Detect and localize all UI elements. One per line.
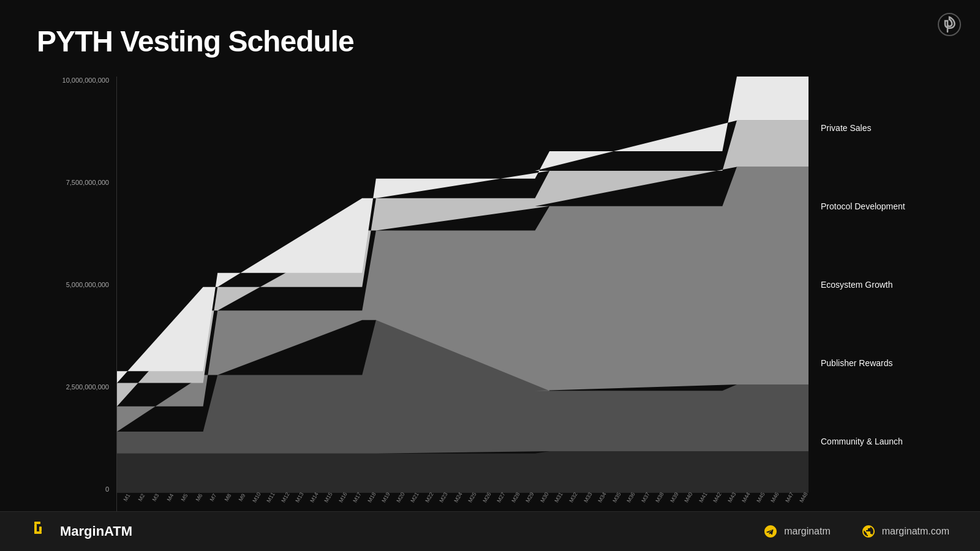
svg-rect-4 (34, 531, 42, 534)
pyth-logo-icon (937, 12, 962, 37)
x-axis: M1M2M3M4M5M6M7M8M9M10M11M12M13M14M15M16M… (117, 493, 809, 511)
globe-icon (861, 524, 876, 539)
y-label-50: 5,000,000,000 (66, 281, 109, 288)
legend-item-protocol-dev: Protocol Development (821, 201, 943, 211)
y-label-25: 2,500,000,000 (66, 383, 109, 391)
legend-item-community: Community & Launch (821, 437, 943, 446)
pyth-logo-area (937, 12, 962, 39)
chart-plot: M1M2M3M4M5M6M7M8M9M10M11M12M13M14M15M16M… (116, 77, 809, 511)
telegram-icon (763, 524, 778, 539)
legend-item-ecosystem: Ecosystem Growth (821, 280, 943, 290)
footer-brand-name: MarginATM (60, 523, 132, 539)
area-chart-svg-clean (117, 77, 809, 493)
y-label-75: 7,500,000,000 (66, 179, 109, 186)
area-community (117, 451, 809, 493)
footer-links: marginatm marginatm.com (763, 524, 949, 539)
svg-rect-5 (39, 527, 42, 531)
legend-label: Publisher Rewards (821, 358, 893, 368)
y-label-top: 10,000,000,000 (62, 77, 109, 84)
chart-area: 10,000,000,000 7,500,000,000 5,000,000,0… (37, 77, 943, 511)
footer-website: marginatm.com (861, 524, 949, 539)
chart-container: 10,000,000,000 7,500,000,000 5,000,000,0… (37, 77, 943, 511)
y-axis: 10,000,000,000 7,500,000,000 5,000,000,0… (37, 77, 116, 511)
legend-item-private-sales: Private Sales (821, 123, 943, 133)
main-container: PYTH Vesting Schedule 10,000,000,000 7,5… (0, 0, 980, 551)
footer-telegram: marginatm (763, 524, 831, 539)
footer: MarginATM marginatm marginatm.com (0, 511, 980, 551)
legend: Private Sales Protocol Development Ecosy… (809, 77, 943, 511)
svg-rect-2 (34, 522, 40, 524)
marginatm-logo-icon (31, 520, 53, 542)
website-url: marginatm.com (882, 526, 949, 537)
telegram-handle: marginatm (784, 526, 831, 537)
legend-label: Private Sales (821, 123, 871, 133)
legend-label: Ecosystem Growth (821, 280, 892, 290)
footer-logo: MarginATM (31, 520, 132, 542)
legend-label: Community & Launch (821, 437, 903, 446)
legend-label: Protocol Development (821, 201, 905, 211)
content-area: PYTH Vesting Schedule 10,000,000,000 7,5… (0, 0, 980, 511)
y-label-0: 0 (105, 485, 109, 493)
chart-inner: 10,000,000,000 7,500,000,000 5,000,000,0… (37, 77, 943, 511)
legend-item-publisher: Publisher Rewards (821, 358, 943, 368)
page-title: PYTH Vesting Schedule (37, 24, 943, 58)
